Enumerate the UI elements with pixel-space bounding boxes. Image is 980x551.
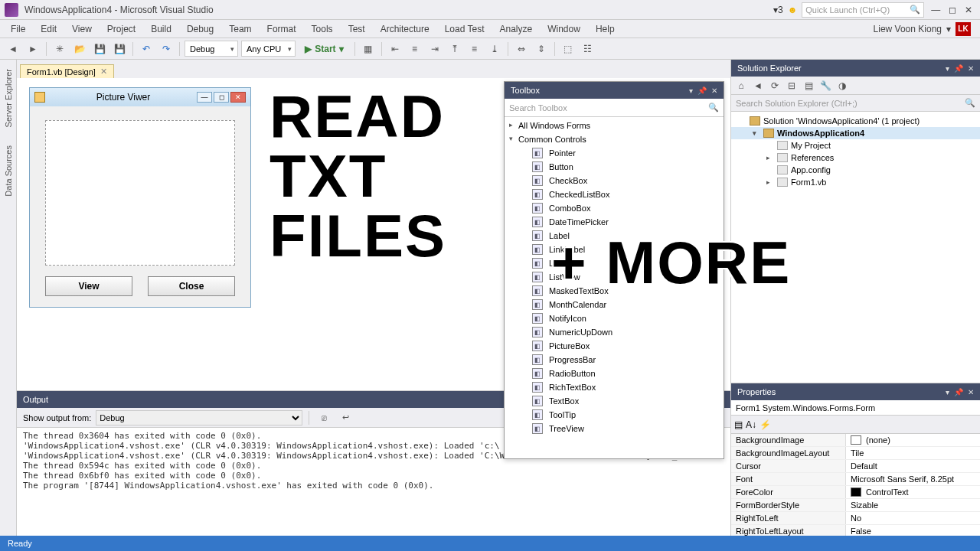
notification-flag-icon[interactable]: ▾3 xyxy=(773,5,783,15)
menu-test[interactable]: Test xyxy=(342,22,371,36)
vspace-button[interactable]: ⇕ xyxy=(533,41,550,57)
align-right-button[interactable]: ⇥ xyxy=(426,41,443,57)
nav-fwd-button[interactable]: ► xyxy=(24,41,41,57)
toolbox-item-treeview[interactable]: ◧TreeView xyxy=(505,422,724,435)
toolbox-panel[interactable]: Toolbox ▾📌✕ Search Toolbox🔍 All Windows … xyxy=(504,81,724,459)
sol-back-icon[interactable]: ◄ xyxy=(751,79,765,93)
form-max-button[interactable]: ◻ xyxy=(214,92,229,103)
maximize-button[interactable]: ◻ xyxy=(946,5,959,15)
toolbox-item-richtextbox[interactable]: ◧RichTextBox xyxy=(505,380,724,394)
sol-dropdown-icon[interactable]: ▾ xyxy=(946,64,949,73)
toolbox-item-textbox[interactable]: ◧TextBox xyxy=(505,394,724,408)
align-bottom-button[interactable]: ⤓ xyxy=(486,41,503,57)
form-close-button[interactable]: ✕ xyxy=(230,92,246,103)
user-account[interactable]: Liew Voon Kiong▾ LK xyxy=(874,22,975,36)
sol-close-icon[interactable]: ✕ xyxy=(968,64,974,73)
properties-object[interactable]: Form1 System.Windows.Forms.Form xyxy=(731,400,980,416)
close-form-button[interactable]: Close xyxy=(148,276,235,296)
close-tab-icon[interactable]: ✕ xyxy=(100,67,107,77)
output-source-combo[interactable]: Debug xyxy=(96,410,302,425)
prop-row-font[interactable]: FontMicrosoft Sans Serif, 8.25pt xyxy=(731,473,980,486)
close-button[interactable]: ✕ xyxy=(962,5,975,15)
open-button[interactable]: 📂 xyxy=(71,41,88,57)
toolbox-close-icon[interactable]: ✕ xyxy=(711,86,717,95)
output-wrap-button[interactable]: ↩ xyxy=(337,409,354,426)
toolbox-cat-allforms[interactable]: All Windows Forms xyxy=(505,119,724,132)
picturebox-control[interactable] xyxy=(45,120,235,266)
appconfig-node[interactable]: App.config xyxy=(731,164,980,176)
toolbox-item-listview[interactable]: ◧ListView xyxy=(505,270,724,284)
align-left-button[interactable]: ⇤ xyxy=(387,41,403,57)
toolbox-item-label[interactable]: ◧Label xyxy=(505,229,724,243)
server-explorer-tab[interactable]: Server Explorer xyxy=(2,64,15,132)
props-alpha-icon[interactable]: A↓ xyxy=(746,419,756,430)
menu-project[interactable]: Project xyxy=(101,22,142,36)
solution-search-input[interactable]: Search Solution Explorer (Ctrl+;)🔍 xyxy=(731,95,980,112)
props-close-icon[interactable]: ✕ xyxy=(968,388,974,396)
toolbox-item-datetimepicker[interactable]: ◧DateTimePicker xyxy=(505,215,724,229)
toolbox-item-notifyicon[interactable]: ◧NotifyIcon xyxy=(505,311,724,325)
myproject-node[interactable]: My Project xyxy=(731,139,980,152)
toolbox-item-button[interactable]: ◧Button xyxy=(505,160,724,174)
menu-debug[interactable]: Debug xyxy=(181,22,220,36)
menu-team[interactable]: Team xyxy=(223,22,257,36)
menu-tools[interactable]: Tools xyxy=(305,22,339,36)
prop-row-righttoleftlayout[interactable]: RightToLeftLayoutFalse xyxy=(731,525,980,536)
menu-window[interactable]: Window xyxy=(541,22,586,36)
minimize-button[interactable]: — xyxy=(929,5,942,15)
hspace-button[interactable]: ⇔ xyxy=(513,41,530,57)
menu-load-test[interactable]: Load Test xyxy=(439,22,491,36)
prop-row-backgroundimagelayout[interactable]: BackgroundImageLayoutTile xyxy=(731,447,980,460)
config-combo[interactable]: Debug xyxy=(185,41,238,57)
sol-showall-icon[interactable]: ▤ xyxy=(802,79,815,93)
prop-row-cursor[interactable]: CursorDefault xyxy=(731,460,980,473)
solution-root[interactable]: Solution 'WindowsApplication4' (1 projec… xyxy=(731,115,980,127)
toolbox-item-radiobutton[interactable]: ◧RadioButton xyxy=(505,367,724,380)
menu-file[interactable]: File xyxy=(5,22,31,36)
prop-row-formborderstyle[interactable]: FormBorderStyleSizable xyxy=(731,499,980,512)
props-categorized-icon[interactable]: ▤ xyxy=(734,419,743,430)
form1vb-node[interactable]: ▸Form1.vb xyxy=(731,176,980,188)
properties-grid[interactable]: BackgroundImage(none)BackgroundImageLayo… xyxy=(731,434,980,536)
toolbox-item-checkbox[interactable]: ◧CheckBox xyxy=(505,174,724,187)
toolbox-item-numericupdown[interactable]: ◧NumericUpDown xyxy=(505,325,724,339)
project-node[interactable]: ▾WindowsApplication4 xyxy=(731,127,980,139)
menu-view[interactable]: View xyxy=(66,22,98,36)
menu-architecture[interactable]: Architecture xyxy=(374,22,436,36)
toolbox-search-input[interactable]: Search Toolbox🔍 xyxy=(505,99,724,117)
platform-combo[interactable]: Any CPU xyxy=(241,41,296,57)
toolbox-pin-icon[interactable]: 📌 xyxy=(697,86,707,95)
sol-collapse-icon[interactable]: ⊟ xyxy=(785,79,799,93)
align-top-button[interactable]: ⤒ xyxy=(446,41,463,57)
align-center-button[interactable]: ≡ xyxy=(407,41,423,57)
size-button[interactable]: ⬚ xyxy=(560,41,577,57)
toolbox-item-monthcalendar[interactable]: ◧MonthCalendar xyxy=(505,298,724,311)
toolbox-item-listbox[interactable]: ◧ListBox xyxy=(505,256,724,270)
align-middle-button[interactable]: ≡ xyxy=(466,41,483,57)
save-button[interactable]: 💾 xyxy=(91,41,108,57)
toolbox-item-picturebox[interactable]: ◧PictureBox xyxy=(505,339,724,353)
menu-edit[interactable]: Edit xyxy=(34,22,63,36)
menu-help[interactable]: Help xyxy=(590,22,621,36)
toolbox-cat-common[interactable]: Common Controls xyxy=(505,132,724,146)
nav-back-button[interactable]: ◄ xyxy=(5,41,21,57)
toolbox-item-progressbar[interactable]: ◧ProgressBar xyxy=(505,353,724,367)
menu-build[interactable]: Build xyxy=(145,22,178,36)
toolbox-item-maskedtextbox[interactable]: ◧MaskedTextBox xyxy=(505,284,724,298)
new-project-button[interactable]: ✳ xyxy=(51,41,68,57)
toolbox-item-tooltip[interactable]: ◧ToolTip xyxy=(505,408,724,422)
output-clear-button[interactable]: ⎚ xyxy=(315,409,332,426)
toolbox-dropdown-icon[interactable]: ▾ xyxy=(689,86,693,95)
form-min-button[interactable]: — xyxy=(197,92,212,103)
menu-format[interactable]: Format xyxy=(261,22,302,36)
sol-home-icon[interactable]: ⌂ xyxy=(734,79,748,93)
sol-preview-icon[interactable]: ◑ xyxy=(835,79,849,93)
form1-design-tab[interactable]: Form1.vb [Design]✕ xyxy=(20,64,114,78)
toolbox-item-combobox[interactable]: ◧ComboBox xyxy=(505,201,724,215)
toolbox-item-linklabel[interactable]: ◧LinkLabel xyxy=(505,243,724,256)
layout-btn1[interactable]: ▦ xyxy=(360,41,377,57)
view-button[interactable]: View xyxy=(45,276,132,296)
props-pin-icon[interactable]: 📌 xyxy=(954,388,963,396)
sol-properties-icon[interactable]: 🔧 xyxy=(818,79,832,93)
solution-tree[interactable]: Solution 'WindowsApplication4' (1 projec… xyxy=(731,112,980,383)
